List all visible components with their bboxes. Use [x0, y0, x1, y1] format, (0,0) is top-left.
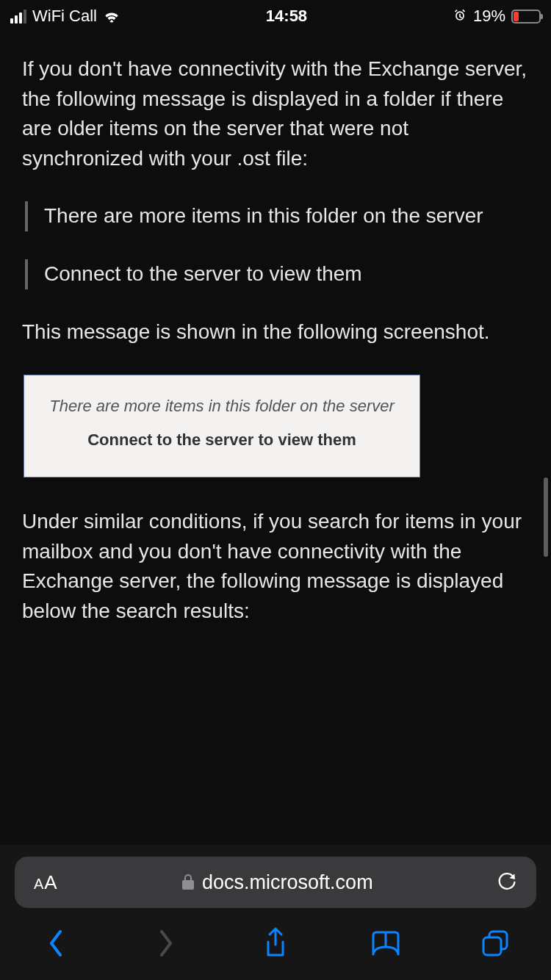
status-bar-right: 19% [453, 7, 541, 26]
wifi-icon [103, 10, 120, 23]
screenshot-text-bold: Connect to the server to view them [39, 428, 405, 452]
cellular-signal-icon [10, 10, 26, 24]
paragraph: Under similar conditions, if you search … [22, 507, 529, 626]
status-bar: WiFi Call 14:58 19% [0, 0, 551, 32]
blockquote: Connect to the server to view them [25, 259, 529, 289]
clock: 14:58 [266, 7, 307, 26]
reload-button[interactable] [497, 871, 517, 893]
paragraph: If you don't have connectivity with the … [22, 54, 529, 173]
status-bar-left: WiFi Call [10, 7, 120, 26]
back-button[interactable] [37, 924, 75, 962]
carrier-label: WiFi Call [32, 7, 97, 26]
address-bar[interactable]: AA docs.microsoft.com [15, 857, 536, 908]
text-size-button[interactable]: AA [34, 871, 58, 894]
paragraph: This message is shown in the following s… [22, 317, 529, 347]
bookmarks-button[interactable] [367, 924, 405, 962]
scroll-indicator[interactable] [544, 478, 548, 557]
bottom-toolbar [15, 908, 536, 962]
url-text: docs.microsoft.com [202, 871, 373, 894]
address-bar-url[interactable]: docs.microsoft.com [71, 871, 483, 894]
browser-chrome: AA docs.microsoft.com [0, 845, 551, 980]
alarm-icon [453, 9, 467, 24]
svg-rect-1 [483, 937, 501, 955]
lock-icon [181, 874, 195, 890]
battery-pct: 19% [473, 7, 505, 26]
share-button[interactable] [256, 924, 295, 962]
tabs-button[interactable] [476, 924, 514, 962]
screenshot-box: There are more items in this folder on t… [24, 375, 420, 478]
battery-icon [511, 10, 541, 24]
blockquote: There are more items in this folder on t… [25, 201, 529, 231]
screenshot-text-italic: There are more items in this folder on t… [39, 394, 405, 418]
forward-button [147, 924, 185, 962]
article-content[interactable]: If you don't have connectivity with the … [0, 32, 551, 626]
